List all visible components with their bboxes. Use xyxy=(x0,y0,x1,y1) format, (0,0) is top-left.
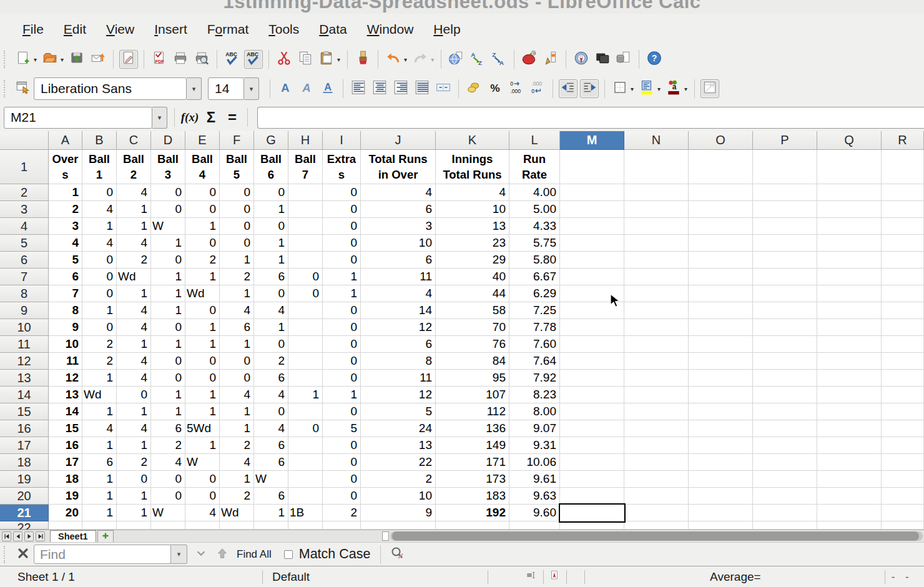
row-header-17[interactable]: 17 xyxy=(0,437,49,454)
cell-C13[interactable]: 4 xyxy=(117,370,151,387)
cell-O12[interactable] xyxy=(689,353,753,370)
cell-C12[interactable]: 4 xyxy=(117,353,151,370)
cell-Q20[interactable] xyxy=(817,488,882,505)
row-header-22[interactable]: 22 xyxy=(0,521,49,530)
cell-R21[interactable] xyxy=(882,505,924,521)
print-button[interactable] xyxy=(171,50,190,69)
cell-K1[interactable]: Innings Total Runs xyxy=(436,150,509,184)
cell-P19[interactable] xyxy=(753,471,817,488)
cell-F13[interactable]: 0 xyxy=(220,370,254,387)
cell-F10[interactable]: 6 xyxy=(220,319,254,336)
background-color-button[interactable] xyxy=(637,79,656,98)
first-sheet-button[interactable] xyxy=(2,531,11,541)
cell-O10[interactable] xyxy=(689,319,753,336)
scrollbar-split-handle[interactable] xyxy=(382,531,389,541)
cell-F2[interactable]: 0 xyxy=(220,184,254,201)
cell-J3[interactable]: 6 xyxy=(361,201,436,218)
align-justify-button[interactable] xyxy=(413,79,431,98)
cell-M13[interactable] xyxy=(560,370,624,387)
cell-J10[interactable]: 12 xyxy=(361,319,436,336)
cell-K17[interactable]: 149 xyxy=(436,437,509,454)
cell-D14[interactable]: 1 xyxy=(151,387,185,403)
cell-F9[interactable]: 4 xyxy=(220,302,254,319)
column-header-C[interactable]: C xyxy=(117,131,151,150)
cell-L11[interactable]: 7.60 xyxy=(509,336,560,353)
cell-O9[interactable] xyxy=(689,302,753,319)
menu-insert[interactable]: Insert xyxy=(144,18,197,41)
cell-E19[interactable]: 0 xyxy=(185,471,220,488)
cell-C3[interactable]: 1 xyxy=(117,201,151,218)
cell-C17[interactable]: 1 xyxy=(117,437,151,454)
cell-I12[interactable]: 0 xyxy=(323,353,361,370)
cell-N5[interactable] xyxy=(624,235,689,252)
cell-G1[interactable]: Ball 6 xyxy=(254,150,288,184)
cell-F21[interactable]: Wd xyxy=(220,505,254,521)
cell-D3[interactable]: 0 xyxy=(151,201,185,218)
cell-K19[interactable]: 173 xyxy=(436,471,509,488)
cell-H19[interactable] xyxy=(288,471,323,488)
cell-P5[interactable] xyxy=(753,235,817,252)
column-header-F[interactable]: F xyxy=(220,131,254,150)
cell-K7[interactable]: 40 xyxy=(436,269,509,285)
redo-dropdown[interactable]: ▾ xyxy=(431,56,434,63)
cell-Q19[interactable] xyxy=(817,471,882,488)
cell-B17[interactable]: 1 xyxy=(82,437,117,454)
cell[interactable] xyxy=(624,521,689,530)
cell-L21[interactable]: 9.60 xyxy=(509,505,560,521)
cell-B5[interactable]: 4 xyxy=(82,235,117,252)
cell-O14[interactable] xyxy=(689,387,753,403)
cell-G13[interactable]: 6 xyxy=(254,370,288,387)
cell-H6[interactable] xyxy=(288,252,323,269)
cell-M18[interactable] xyxy=(560,454,624,471)
cell-O20[interactable] xyxy=(689,488,753,505)
currency-button[interactable] xyxy=(464,79,483,98)
font-name-input[interactable]: Liberation Sans xyxy=(34,77,187,100)
cell-D17[interactable]: 2 xyxy=(151,437,185,454)
cell-J20[interactable]: 10 xyxy=(361,488,436,505)
column-header-R[interactable]: R xyxy=(882,131,924,150)
cell-I18[interactable]: 0 xyxy=(323,454,361,471)
cell-K6[interactable]: 29 xyxy=(436,252,509,269)
cell-Q21[interactable] xyxy=(817,505,882,521)
cell-Q7[interactable] xyxy=(817,269,882,285)
cell[interactable] xyxy=(689,150,753,184)
cell-Q8[interactable] xyxy=(817,285,882,302)
cell-I11[interactable]: 0 xyxy=(323,336,361,353)
cell-I21[interactable]: 2 xyxy=(323,505,361,521)
cell-A14[interactable]: 13 xyxy=(49,387,82,403)
cell-L20[interactable]: 9.63 xyxy=(509,488,560,505)
paste-button[interactable] xyxy=(317,50,336,69)
row-header-6[interactable]: 6 xyxy=(0,252,49,269)
cell-F4[interactable]: 0 xyxy=(220,218,254,235)
cell-A18[interactable]: 17 xyxy=(49,454,82,471)
insert-mode-indicator[interactable] xyxy=(523,568,540,586)
cell-E6[interactable]: 2 xyxy=(185,252,220,269)
hyperlink-button[interactable] xyxy=(447,50,466,69)
cell-R2[interactable] xyxy=(882,184,924,201)
cell-G18[interactable]: 6 xyxy=(254,454,288,471)
cell-A11[interactable]: 10 xyxy=(49,336,82,353)
cell-A7[interactable]: 6 xyxy=(49,269,82,285)
cell-M14[interactable] xyxy=(560,387,624,403)
cell-M12[interactable] xyxy=(560,353,624,370)
cell-H21[interactable]: 1B xyxy=(288,505,323,521)
cell-A8[interactable]: 7 xyxy=(49,285,82,302)
cell-O16[interactable] xyxy=(689,420,753,437)
cell-N7[interactable] xyxy=(624,269,689,285)
cell-A4[interactable]: 3 xyxy=(49,218,82,235)
cell-G5[interactable]: 1 xyxy=(254,235,288,252)
cell-A2[interactable]: 1 xyxy=(49,184,82,201)
cell-B15[interactable]: 1 xyxy=(82,403,117,420)
cell-H16[interactable]: 0 xyxy=(288,420,323,437)
column-header-D[interactable]: D xyxy=(151,131,185,150)
cell-I2[interactable]: 0 xyxy=(323,184,361,201)
open-button[interactable] xyxy=(41,50,59,69)
cell-H4[interactable] xyxy=(288,218,323,235)
cell-Q3[interactable] xyxy=(817,201,882,218)
row-header-1[interactable]: 1 xyxy=(0,150,49,184)
cell-G4[interactable]: 0 xyxy=(254,218,288,235)
help-button[interactable]: ? xyxy=(645,50,664,69)
cell[interactable] xyxy=(185,521,220,530)
cell-P2[interactable] xyxy=(753,184,817,201)
cell-C15[interactable]: 1 xyxy=(117,403,151,420)
